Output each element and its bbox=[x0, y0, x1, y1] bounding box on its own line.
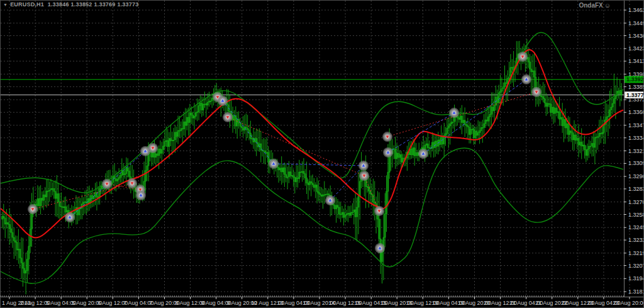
trade-marker-buy[interactable] bbox=[269, 159, 279, 169]
trade-marker-buy[interactable] bbox=[136, 190, 146, 200]
price-axis-label: 1.31940 bbox=[628, 275, 644, 282]
price-axis-label: 1.33600 bbox=[628, 109, 644, 115]
price-axis-label: 1.34235 bbox=[628, 45, 644, 52]
smiley-icon: ☺ bbox=[604, 2, 611, 9]
ohlc-high: 1.33852 bbox=[71, 1, 92, 8]
trade-marker-buy[interactable] bbox=[521, 74, 531, 84]
ohlc-open: 1.33846 bbox=[48, 1, 69, 8]
trade-marker-sell[interactable] bbox=[28, 204, 38, 214]
price-axis-label: 1.33470 bbox=[628, 122, 644, 128]
chart-menu-icon[interactable]: ▼ bbox=[3, 3, 8, 7]
price-axis-label: 1.33345 bbox=[628, 135, 644, 141]
price-axis-label: 1.31810 bbox=[628, 288, 644, 295]
price-axis-label: 1.34490 bbox=[628, 20, 644, 26]
price-axis-label: 1.32580 bbox=[628, 212, 644, 218]
bid-price-label: 1.33773 bbox=[626, 92, 644, 98]
trade-marker-buy[interactable] bbox=[375, 243, 385, 253]
price-axis-label: 1.34365 bbox=[628, 33, 644, 39]
trade-marker-sell[interactable] bbox=[148, 143, 158, 153]
mt4-chart-window: 1.346201.344901.343651.342351.341101.339… bbox=[0, 0, 644, 308]
trade-marker-buy[interactable] bbox=[358, 161, 369, 171]
price-axis-label: 1.34110 bbox=[628, 58, 644, 64]
trade-marker-buy[interactable] bbox=[449, 108, 459, 118]
trade-marker-buy[interactable] bbox=[218, 96, 228, 106]
price-axis-label: 1.32835 bbox=[628, 186, 644, 192]
price-axis-label: 1.33090 bbox=[628, 160, 644, 166]
trade-marker-sell[interactable] bbox=[102, 179, 112, 189]
price-axis-label: 1.32325 bbox=[628, 237, 644, 243]
trade-marker-buy[interactable] bbox=[418, 149, 428, 159]
price-axis-label: 1.32705 bbox=[628, 199, 644, 205]
chart-plot-area[interactable] bbox=[1, 1, 624, 297]
ohlc-close: 1.33773 bbox=[117, 1, 138, 8]
watermark-text: OndaFX bbox=[579, 2, 602, 9]
price-axis-label: 1.34620 bbox=[628, 7, 644, 13]
ask-price-label: 1.33927 bbox=[626, 76, 644, 83]
trade-marker-sell[interactable] bbox=[359, 171, 369, 181]
price-axis-label: 1.33215 bbox=[628, 148, 644, 154]
trade-marker-buy[interactable] bbox=[325, 195, 335, 205]
price-axis-label: 1.32195 bbox=[628, 250, 644, 256]
chart-symbol-timeframe: EURUSD,H1 bbox=[10, 1, 44, 8]
time-axis[interactable]: 1 Aug 20132 Aug 12:005 Aug 04:005 Aug 20… bbox=[2, 297, 644, 306]
trade-marker-sell[interactable] bbox=[127, 178, 137, 188]
price-axis-label: 1.32450 bbox=[628, 224, 644, 231]
chart-title: ▼EURUSD,H1 1.338461.338521.337691.33773 bbox=[3, 1, 140, 8]
trade-marker-buy[interactable] bbox=[383, 147, 393, 157]
trade-marker-sell[interactable] bbox=[531, 87, 541, 97]
trade-marker-sell[interactable] bbox=[518, 52, 528, 62]
chart-canvas[interactable]: 1.346201.344901.343651.342351.341101.339… bbox=[1, 1, 644, 308]
price-axis[interactable]: 1.346201.344901.343651.342351.341101.339… bbox=[624, 7, 644, 295]
trade-marker-sell[interactable] bbox=[223, 112, 233, 122]
ohlc-low: 1.33769 bbox=[94, 1, 116, 8]
price-axis-label: 1.32960 bbox=[628, 173, 644, 180]
time-axis-label: 23 Aug 20:00 bbox=[613, 300, 644, 306]
trade-marker-sell[interactable] bbox=[374, 206, 384, 216]
price-axis-label: 1.33855 bbox=[628, 84, 644, 90]
price-axis-label: 1.32070 bbox=[628, 263, 644, 269]
watermark: OndaFX☺ bbox=[579, 2, 611, 9]
trade-marker-buy[interactable] bbox=[65, 212, 75, 222]
trade-marker-sell[interactable] bbox=[382, 132, 392, 142]
